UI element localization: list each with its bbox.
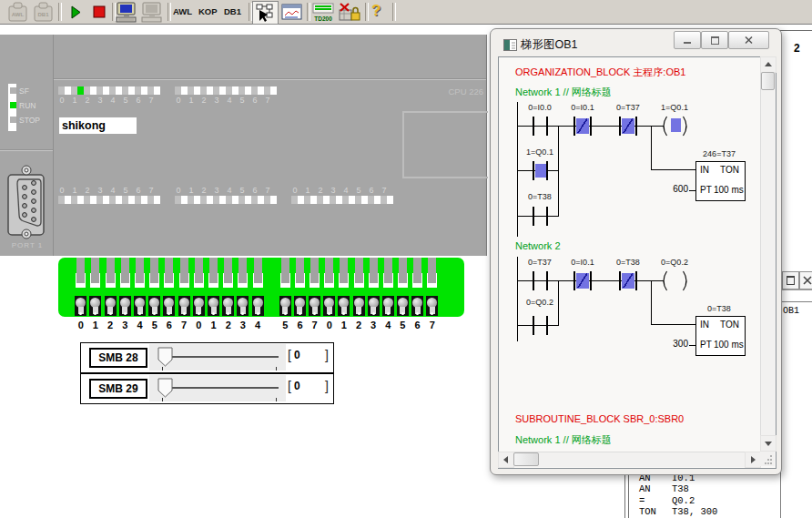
upload-pc-icon[interactable]: [140, 2, 164, 23]
db1-block-icon[interactable]: DB1: [33, 2, 54, 23]
output-q0-led-7: [154, 86, 160, 95]
output-q1-led-frame: [175, 86, 181, 95]
input-terminal-b-switch-7[interactable]: [309, 296, 320, 316]
left-arrow-icon: [503, 456, 508, 463]
status-led-sf: [10, 87, 16, 94]
program-view-button[interactable]: [252, 1, 279, 25]
input-terminal-a-switch-5[interactable]: [148, 296, 160, 316]
input-i1-led-7: [270, 196, 277, 204]
td200-icon[interactable]: TD200: [311, 2, 336, 22]
input-terminal-b-switch-6[interactable]: [411, 296, 423, 316]
vertical-scroll-thumb[interactable]: [761, 72, 775, 90]
input-terminal-a-switch-2[interactable]: [105, 296, 117, 316]
stl-panel-border-outer: [624, 471, 625, 518]
switch-dot: [109, 312, 112, 315]
input-terminal-b-wire: [281, 258, 289, 283]
input-i2-led-5: [361, 196, 368, 204]
scroll-left-button[interactable]: [498, 452, 514, 468]
input-terminal-b-wire: [325, 258, 333, 283]
run-button[interactable]: [64, 2, 86, 22]
view-db1-button[interactable]: DB1: [224, 6, 241, 16]
input-terminal-a-switch-0[interactable]: [75, 296, 86, 316]
input-i1-led-4: [232, 196, 239, 204]
input-terminal-a-switch-2[interactable]: [222, 296, 234, 316]
input-terminal-b-switch-3[interactable]: [368, 296, 380, 316]
input-terminal-b-switch-2[interactable]: [353, 296, 365, 316]
horizontal-scroll-thumb[interactable]: [513, 452, 539, 466]
input-i1-led-1: [194, 196, 200, 204]
value-bracket-open: [: [288, 348, 291, 362]
minimize-button[interactable]: [674, 31, 701, 49]
unlock-icon[interactable]: [338, 2, 361, 23]
status-led-stop: [10, 117, 16, 123]
close-button[interactable]: [728, 31, 769, 49]
input-terminal-b-switch-5[interactable]: [279, 296, 291, 316]
input-terminal-a-switch-7[interactable]: [178, 296, 190, 316]
input-terminal-a-switch-3[interactable]: [237, 296, 249, 316]
input-terminal-b-switch-7[interactable]: [426, 296, 438, 316]
input-terminal-a-switch-4[interactable]: [134, 296, 146, 316]
scroll-right-button[interactable]: [745, 452, 761, 468]
output-q1-led-frame: [200, 86, 207, 95]
input-terminal-a-switch-6[interactable]: [163, 296, 175, 316]
help-button[interactable]: ?: [371, 2, 381, 20]
backdrop-close-button[interactable]: [799, 271, 812, 289]
input-i0-led-frame: [109, 196, 116, 204]
slider-thumb[interactable]: [157, 347, 174, 368]
close-icon: [729, 32, 768, 48]
timer-type: TON: [720, 320, 739, 330]
toolbar-separator: [307, 3, 310, 21]
input-terminal-b-switch-5[interactable]: [397, 296, 409, 316]
switch-dot: [313, 312, 316, 315]
slider-tick: [276, 398, 277, 401]
input-i2-led-4: [349, 196, 355, 204]
switch-dot: [124, 312, 127, 315]
input-i2-led-6: [374, 196, 381, 204]
output-q1-led-frame: [251, 86, 258, 95]
timer-in-pin: IN: [700, 320, 709, 330]
view-kop-button[interactable]: KOP: [198, 6, 218, 16]
coil-label: 1=Q0.1: [649, 103, 700, 112]
slider-thumb[interactable]: [157, 378, 174, 399]
output-q0-led-1: [77, 86, 84, 95]
status-led-label: STOP: [19, 116, 40, 125]
scroll-up-button[interactable]: [760, 56, 776, 73]
download-pc-icon[interactable]: [115, 2, 138, 23]
input-terminal-b-wire: [399, 258, 407, 283]
input-i1-led-frame: [200, 196, 207, 204]
window-icon: [503, 39, 517, 51]
input-terminal-a-switch-1[interactable]: [208, 296, 219, 316]
maximize-button[interactable]: [701, 31, 728, 49]
output-q1-led-5: [245, 86, 251, 95]
backdrop-restore-button[interactable]: [782, 271, 799, 289]
input-i0-led-5: [128, 196, 135, 204]
vertical-scrollbar[interactable]: [760, 56, 776, 451]
input-i2-led-1: [310, 196, 317, 204]
status-chart-icon[interactable]: [280, 2, 303, 22]
scroll-down-button[interactable]: [760, 435, 776, 452]
awl-block-icon[interactable]: AWL: [7, 2, 28, 23]
output-q1-led-frame: [213, 86, 219, 95]
input-terminal-a-switch-1[interactable]: [89, 296, 101, 316]
toolbar-separator: [58, 3, 62, 21]
input-terminal-a-wire: [136, 258, 144, 283]
input-i2-led-7: [387, 196, 393, 204]
input-terminal-b-switch-6[interactable]: [294, 296, 306, 316]
program-view-icon: [253, 2, 278, 24]
output-q1-led-1: [194, 86, 200, 95]
view-awl-button[interactable]: AWL: [173, 6, 192, 16]
input-i0-led-frame: [122, 196, 128, 204]
resize-grip[interactable]: [760, 452, 775, 466]
slider-track: [172, 387, 279, 389]
input-terminal-b-switch-1[interactable]: [338, 296, 350, 316]
input-terminal-b-switch-4[interactable]: [382, 296, 394, 316]
input-terminal-a-switch-4[interactable]: [252, 296, 264, 316]
stop-button[interactable]: [88, 2, 110, 22]
input-i1-led-frame: [251, 196, 258, 204]
switch-dot: [227, 312, 229, 315]
input-terminal-a-switch-3[interactable]: [119, 296, 131, 316]
input-terminal-a-switch-0[interactable]: [193, 296, 205, 316]
svg-text:AWL: AWL: [12, 12, 25, 17]
switch-dot: [342, 312, 345, 315]
input-terminal-b-switch-0[interactable]: [323, 296, 335, 316]
